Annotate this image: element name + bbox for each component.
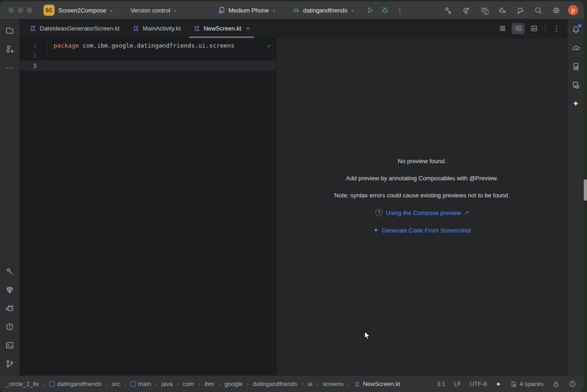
attach-debugger-icon[interactable] — [496, 4, 508, 16]
version-control-tool-window-button[interactable] — [3, 357, 17, 371]
tab-dateideasgeneratorscreen[interactable]: DateIdeasGeneratorScreen.kt — [23, 19, 126, 38]
close-window-icon[interactable] — [8, 7, 14, 13]
gemini-status-icon[interactable]: ✦ — [495, 380, 501, 388]
gemini-tool-window-button[interactable]: ✦ — [569, 97, 583, 110]
build-tool-window-button[interactable] — [3, 264, 17, 278]
breadcrumb-item[interactable]: google — [225, 380, 243, 387]
preview-message-hint: Add preview by annotating Composables wi… — [346, 175, 498, 182]
device-phone-icon — [217, 6, 226, 14]
breadcrumb-separator: › — [198, 380, 200, 387]
breadcrumb-item-file[interactable]: NewScreen.kt — [354, 380, 400, 387]
code-text: com.ibm.google.datingandfriends.ui.scree… — [79, 42, 235, 49]
tab-newscreen[interactable]: NewScreen.kt × — [187, 19, 257, 38]
status-bar: _circle_2_fix › datingandfriends › src ›… — [0, 375, 584, 392]
build-button[interactable] — [442, 4, 454, 16]
inspections-ok-icon[interactable]: ✓ — [268, 42, 271, 49]
gradle-tool-window-button[interactable] — [569, 41, 583, 55]
run-button[interactable] — [364, 4, 376, 16]
window-controls — [8, 7, 32, 13]
resource-manager-button[interactable] — [3, 42, 17, 56]
settings-button[interactable] — [550, 4, 562, 16]
line-number: 3 — [19, 61, 47, 71]
zoom-window-icon[interactable] — [27, 7, 32, 13]
code-line-current[interactable]: 3 — [19, 61, 276, 71]
mouse-cursor — [364, 331, 371, 341]
compose-preview-docs-link[interactable]: ? Using the Compose preview ↗ — [375, 209, 469, 216]
keyword: package — [54, 42, 79, 49]
code-view-button[interactable] — [496, 23, 509, 34]
tab-mainactivity[interactable]: MainActivity.kt — [126, 19, 187, 38]
chevron-down-icon: ⌄ — [272, 7, 276, 12]
editor-options-button[interactable]: ⋮ — [550, 23, 563, 34]
user-avatar[interactable]: p — [568, 5, 578, 15]
breadcrumb-item[interactable]: main — [130, 380, 151, 387]
breadcrumb-item[interactable]: ui — [308, 380, 312, 387]
split-view-button[interactable] — [512, 23, 525, 34]
breadcrumb-item[interactable]: datingandfriends — [253, 380, 297, 387]
line-ending-widget[interactable]: LF — [454, 380, 461, 387]
right-tool-window-bar: ✦ — [568, 19, 584, 375]
generate-code-from-screenshot-link[interactable]: ✦ Generate Code From Screenshot — [373, 227, 471, 234]
apply-changes-button[interactable] — [460, 4, 472, 16]
version-control-menu[interactable]: Version control ⌄ — [130, 7, 177, 14]
device-selector-label: Medium Phone — [228, 7, 269, 14]
debug-button[interactable] — [379, 4, 391, 16]
indent-settings-icon — [510, 380, 517, 388]
indent-widget[interactable]: 4 spaces — [510, 380, 544, 388]
close-tab-icon[interactable]: × — [246, 25, 250, 32]
left-tool-window-bar: ⋯ — [0, 19, 19, 375]
breadcrumb-separator: › — [106, 380, 108, 387]
kotlin-file-icon — [30, 25, 37, 32]
breadcrumb-item[interactable]: datingandfriends — [49, 380, 102, 387]
more-horizontal-icon: ⋯ — [6, 63, 13, 72]
chevron-down-icon: ⌄ — [350, 7, 355, 12]
code-line[interactable]: 2 — [19, 50, 276, 61]
logcat-tool-window-button[interactable] — [3, 301, 17, 315]
external-link-icon: ↗ — [465, 210, 469, 216]
more-tool-windows-button[interactable]: ⋯ — [3, 61, 17, 74]
project-selector[interactable]: Screen2Compose ⌄ — [58, 7, 114, 14]
search-everywhere-button[interactable] — [532, 4, 544, 16]
code-editor[interactable]: 1 package com.ibm.google.datingandfriend… — [19, 38, 276, 375]
gemini-sparkle-icon: ✦ — [572, 99, 579, 109]
line-number: 1 — [19, 40, 47, 50]
caret-position-widget[interactable]: 3:1 — [437, 380, 445, 387]
terminal-tool-window-button[interactable] — [3, 338, 17, 352]
code-line[interactable]: 1 package com.ibm.google.datingandfriend… — [19, 40, 276, 50]
minimize-window-icon[interactable] — [18, 7, 23, 13]
tab-label: MainActivity.kt — [143, 25, 181, 32]
breadcrumb-separator: › — [247, 380, 249, 387]
breadcrumb-item[interactable]: com — [183, 380, 195, 387]
breadcrumb-item[interactable]: java — [161, 380, 172, 387]
device-manager-button[interactable] — [569, 78, 583, 92]
breadcrumb-item[interactable]: ibm — [204, 380, 214, 387]
version-control-label: Version control — [130, 7, 170, 14]
breadcrumb-item[interactable]: src — [112, 380, 120, 387]
breadcrumb-item[interactable]: screens — [323, 380, 344, 387]
design-view-button[interactable] — [527, 23, 540, 34]
device-selector[interactable]: Medium Phone ⌄ — [217, 6, 276, 14]
more-vertical-icon: ⋮ — [396, 6, 404, 15]
android-icon — [292, 6, 300, 14]
problems-tool-window-button[interactable] — [3, 320, 17, 334]
more-actions-button[interactable]: ⋮ — [394, 4, 406, 16]
running-devices-button[interactable] — [569, 60, 583, 74]
run-configuration-selector[interactable]: datingandfriends ⌄ — [292, 6, 355, 14]
kotlin-file-icon — [354, 381, 361, 387]
run-configuration-label: datingandfriends — [303, 7, 348, 14]
gradle-sync-button[interactable] — [514, 4, 526, 16]
module-icon — [130, 381, 136, 387]
compose-preview-panel: No preview found. Add preview by annotat… — [276, 38, 568, 375]
breadcrumb-separator: › — [218, 380, 220, 387]
title-bar: SC Screen2Compose ⌄ Version control ⌄ Me… — [0, 1, 584, 19]
error-highlight-icon[interactable] — [569, 380, 576, 388]
line-number: 2 — [19, 50, 47, 61]
apply-code-changes-button[interactable] — [478, 4, 490, 16]
project-tool-window-button[interactable] — [3, 24, 17, 37]
breadcrumb-item[interactable]: _circle_2_fix — [6, 380, 39, 387]
encoding-widget[interactable]: UTF-8 — [470, 380, 487, 387]
module-icon — [49, 381, 55, 387]
notifications-button[interactable] — [569, 23, 583, 37]
writable-lock-icon[interactable] — [552, 380, 560, 388]
app-quality-insights-button[interactable] — [3, 283, 17, 297]
